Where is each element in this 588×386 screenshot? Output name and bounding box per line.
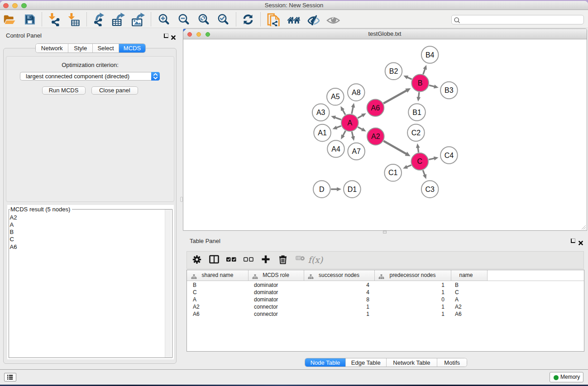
mcds-result-item[interactable]: A6 [10, 243, 164, 251]
tab-motifs[interactable]: Motifs [437, 358, 467, 367]
cell-name[interactable]: B [455, 281, 459, 289]
cell-name[interactable]: A6 [455, 310, 462, 318]
tab-network[interactable]: Network [36, 44, 68, 52]
table-panel-close-button[interactable] [578, 239, 583, 244]
cell-name[interactable]: A2 [455, 303, 462, 310]
zoom-selected-icon[interactable] [216, 13, 230, 26]
hide-graphics-details-icon[interactable] [306, 13, 320, 26]
graph-edge[interactable] [383, 90, 407, 103]
tab-style[interactable]: Style [68, 44, 93, 52]
cell-predecessor-nodes[interactable]: 1 [374, 281, 445, 289]
show-columns-icon[interactable] [208, 253, 220, 265]
graph-node-B1[interactable]: B1 [408, 104, 425, 121]
close-panel-button[interactable]: Close panel [91, 86, 139, 95]
cell-name[interactable]: C [455, 289, 459, 296]
column-header-name[interactable]: name [451, 270, 481, 281]
cell-predecessor-nodes[interactable]: 0 [374, 296, 445, 303]
cell-successor-nodes[interactable]: 8 [304, 296, 369, 303]
graph-node-A5[interactable]: A5 [327, 88, 344, 105]
cell-shared-name[interactable]: C [193, 289, 197, 296]
graph-node-A7[interactable]: A7 [348, 143, 365, 160]
import-table-icon[interactable] [67, 13, 80, 26]
graph-node-C[interactable]: C [411, 153, 428, 170]
graph-node-A3[interactable]: A3 [312, 104, 329, 121]
mcds-result-item[interactable]: B [10, 229, 164, 236]
graph-node-A4[interactable]: A4 [327, 140, 344, 157]
graph-edge[interactable] [342, 131, 345, 136]
tab-mcds[interactable]: MCDS [119, 44, 145, 52]
network-graph-canvas[interactable]: B4 B2 B B3 A5 A8 A6 A3 A B1 A1 A2 C2 A4 [183, 39, 587, 231]
zoom-fit-icon[interactable] [197, 13, 210, 26]
cell-predecessor-nodes[interactable]: 1 [374, 289, 445, 296]
open-file-icon[interactable] [3, 13, 17, 26]
search-input[interactable] [451, 15, 584, 24]
graph-edge[interactable] [429, 85, 435, 86]
mcds-result-item[interactable]: A [10, 221, 164, 229]
export-table-icon[interactable] [112, 13, 125, 26]
cell-shared-name[interactable]: B [193, 281, 196, 289]
control-panel-close-button[interactable] [171, 33, 176, 38]
graph-edge[interactable] [334, 117, 341, 119]
resize-grip-icon[interactable] [581, 224, 586, 230]
cell-shared-name[interactable]: A6 [193, 310, 200, 318]
delete-columns-icon[interactable] [277, 253, 289, 265]
graph-node-D[interactable]: D [313, 181, 330, 198]
import-network-icon[interactable] [47, 13, 61, 26]
refresh-icon[interactable] [241, 13, 255, 26]
graph-edge[interactable] [423, 68, 425, 74]
graph-node-B2[interactable]: B2 [385, 63, 402, 80]
tab-select[interactable]: Select [93, 44, 119, 52]
graph-edge[interactable] [342, 110, 345, 115]
graph-node-C2[interactable]: C2 [407, 124, 425, 141]
graph-node-A8[interactable]: A8 [348, 84, 365, 101]
select-all-icon[interactable] [225, 253, 237, 265]
graph-node-B[interactable]: B [411, 75, 429, 92]
cell-name[interactable]: A [455, 296, 459, 303]
tab-network-table[interactable]: Network Table [387, 358, 438, 367]
show-graphics-details-icon[interactable] [326, 13, 340, 26]
graph-edge[interactable] [383, 141, 406, 154]
graph-node-C1[interactable]: C1 [384, 164, 402, 181]
cell-mcds-role[interactable]: connector [254, 303, 278, 310]
graph-node-A2[interactable]: A2 [367, 128, 384, 145]
task-history-button[interactable] [4, 373, 16, 381]
cell-successor-nodes[interactable]: 1 [304, 310, 369, 318]
add-column-icon[interactable] [260, 253, 272, 265]
graph-node-C4[interactable]: C4 [440, 147, 458, 164]
network-file-copy-icon[interactable] [267, 13, 280, 26]
cell-mcds-role[interactable]: dominator [254, 289, 278, 296]
graph-node-B4[interactable]: B4 [421, 46, 438, 63]
tab-node-table[interactable]: Node Table [305, 358, 346, 367]
zoom-in-icon[interactable] [157, 13, 171, 26]
column-header-predecessor-nodes[interactable]: predecessor nodes [374, 270, 451, 281]
cell-successor-nodes[interactable]: 4 [304, 281, 369, 289]
run-mcds-button[interactable]: Run MCDS [42, 86, 86, 95]
table-options-gear-icon[interactable] [191, 253, 203, 265]
cell-successor-nodes[interactable]: 1 [304, 303, 369, 310]
cell-shared-name[interactable]: A2 [193, 303, 200, 310]
graph-edge[interactable] [429, 158, 435, 160]
graph-node-C3[interactable]: C3 [421, 181, 438, 198]
export-network-icon[interactable] [93, 13, 107, 26]
optimization-criterion-select[interactable]: largest connected component (directed) [20, 72, 160, 81]
column-separator[interactable] [487, 270, 488, 281]
graph-node-A[interactable]: A [341, 114, 359, 131]
mcds-result-item[interactable]: C [10, 236, 164, 243]
graph-node-B3[interactable]: B3 [440, 82, 458, 99]
zoom-out-icon[interactable] [177, 13, 191, 26]
tab-edge-table[interactable]: Edge Table [346, 358, 387, 367]
save-session-icon[interactable] [23, 13, 37, 26]
pane-divider-dot[interactable] [383, 231, 387, 234]
cell-mcds-role[interactable]: dominator [254, 281, 278, 289]
home-networks-icon[interactable] [287, 13, 301, 26]
mcds-result-scrollbar[interactable] [165, 210, 171, 357]
graph-node-A6[interactable]: A6 [367, 100, 384, 117]
cell-successor-nodes[interactable]: 4 [304, 289, 369, 296]
split-divider-handle[interactable] [180, 197, 183, 202]
cell-mcds-role[interactable]: dominator [254, 296, 278, 303]
control-panel-float-button[interactable] [164, 33, 168, 38]
table-panel-float-button[interactable] [571, 238, 575, 243]
graph-edge[interactable] [351, 106, 353, 114]
memory-button[interactable]: Memory [550, 372, 583, 382]
column-header-successor-nodes[interactable]: successor nodes [304, 270, 374, 281]
